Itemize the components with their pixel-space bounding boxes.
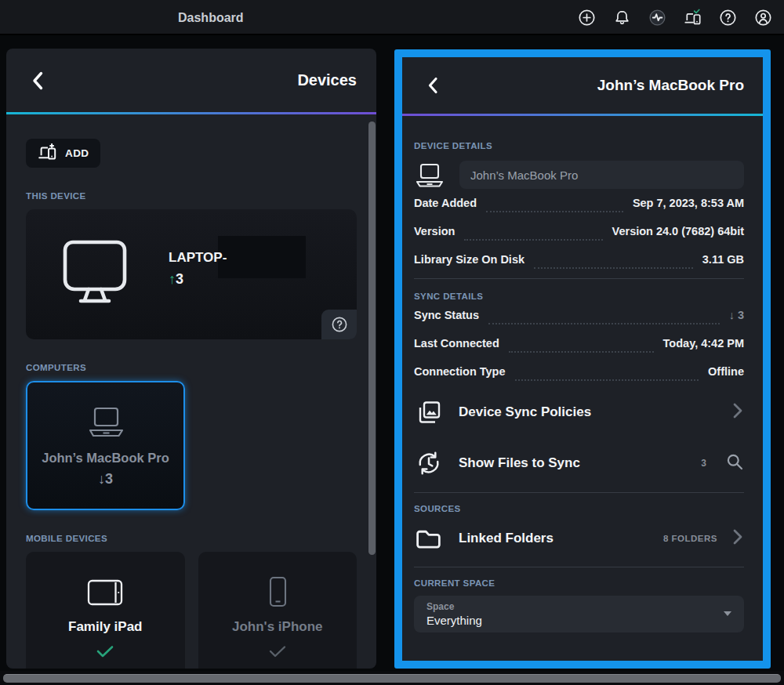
page-title: Dashboard (178, 11, 244, 25)
sync-details-section-label: SYNC DETAILS (414, 292, 744, 301)
dotted-leader (515, 362, 699, 381)
search-icon[interactable] (725, 452, 744, 474)
current-space-section-label: CURRENT SPACE (414, 578, 744, 588)
macbook-card-selected[interactable]: John’s MacBook Pro ↓3 (26, 381, 185, 510)
device-detail-panel-highlighted: John’s MacBook Pro DEVICE DETAILS Date A… (394, 49, 771, 669)
app-window: Dashboard (0, 0, 784, 685)
activity-icon[interactable] (648, 9, 666, 27)
devices-status-icon[interactable] (684, 9, 702, 27)
up-arrow-icon: ↑ (169, 271, 176, 287)
dotted-leader (534, 250, 693, 269)
detail-row-connection-type: Connection Type Offline (414, 357, 744, 386)
dotted-leader (509, 334, 654, 353)
space-dropdown[interactable]: Space Everything (414, 596, 744, 632)
check-icon (268, 645, 287, 661)
device-sync-policies-row[interactable]: Device Sync Policies (414, 387, 744, 437)
chevron-right-icon (731, 401, 744, 423)
device-detail-header: John’s MacBook Pro (402, 57, 763, 114)
mobile-card-name: John's iPhone (232, 619, 323, 635)
add-device-icon (38, 143, 58, 163)
folders-count-badge: 8 FOLDERS (663, 534, 717, 543)
sources-section-label: SOURCES (414, 504, 744, 513)
sync-up-badge: ↑3 (169, 271, 183, 288)
section-divider (414, 567, 744, 567)
this-device-section-label: THIS DEVICE (26, 191, 357, 201)
devices-panel: Devices ADD THIS DEVICE (6, 49, 376, 669)
show-files-to-sync-row[interactable]: Show Files to Sync 3 (414, 438, 744, 487)
devices-panel-title: Devices (6, 71, 376, 89)
notifications-bell-icon[interactable] (613, 9, 631, 27)
detail-row-last-connected: Last Connected Today, 4:42 PM (414, 329, 744, 357)
chevron-right-icon (731, 527, 744, 549)
devices-panel-scrollbar[interactable] (368, 121, 376, 555)
device-details-section-label: DEVICE DETAILS (414, 141, 744, 150)
laptop-small-icon (414, 162, 445, 188)
topbar-icon-group (578, 9, 772, 27)
back-chevron-icon[interactable] (426, 75, 441, 97)
space-dropdown-label: Space (426, 601, 733, 612)
space-dropdown-value: Everything (426, 614, 733, 627)
device-name-input[interactable] (459, 161, 744, 189)
horizontal-scrollbar-track (0, 671, 784, 685)
section-divider (414, 492, 744, 493)
check-icon (96, 645, 114, 661)
tablet-icon (84, 575, 126, 610)
sync-history-icon (414, 449, 443, 477)
detail-row-sync-status: Sync Status ↓ 3 (414, 301, 744, 329)
down-arrow-icon: ↓ (98, 471, 105, 487)
ipad-card[interactable]: Family iPad (26, 552, 185, 669)
help-icon[interactable] (719, 9, 737, 27)
back-chevron-icon[interactable] (30, 70, 45, 92)
add-device-label: ADD (65, 147, 89, 159)
dotted-leader (488, 306, 720, 324)
iphone-card[interactable]: John's iPhone (198, 552, 358, 669)
linked-folders-row[interactable]: Linked Folders 8 FOLDERS (414, 515, 744, 562)
add-device-button[interactable]: ADD (26, 139, 100, 168)
devices-panel-header: Devices (6, 49, 376, 112)
this-device-card[interactable]: LAPTOP- ↑3 (26, 209, 357, 339)
mobile-devices-section-label: MOBILE DEVICES (26, 534, 357, 543)
mobile-card-name: Family iPad (68, 619, 142, 635)
horizontal-scrollbar-thumb[interactable] (3, 674, 781, 683)
laptop-icon (83, 404, 129, 442)
section-divider (414, 278, 744, 279)
device-help-button[interactable] (321, 310, 357, 339)
device-detail-title: John’s MacBook Pro (402, 77, 763, 94)
sync-policies-icon (414, 398, 443, 426)
sync-down-badge: ↓3 (98, 471, 113, 487)
files-count-badge: 3 (701, 458, 706, 469)
folder-icon (414, 526, 443, 552)
gradient-divider (402, 114, 763, 116)
monitor-icon (59, 237, 131, 311)
top-bar: Dashboard (0, 0, 784, 35)
phone-icon (260, 575, 296, 610)
detail-row-version: Version Version 24.0 (7682) 64bit (414, 217, 744, 245)
dotted-leader (464, 222, 602, 241)
add-plus-icon[interactable] (578, 9, 596, 27)
redacted-area (218, 236, 306, 278)
dotted-leader (486, 194, 623, 212)
this-device-name: LAPTOP- (169, 250, 227, 266)
account-icon[interactable] (754, 9, 772, 27)
computer-card-name: John’s MacBook Pro (42, 451, 169, 466)
detail-row-library-size: Library Size On Disk 3.11 GB (414, 245, 744, 274)
detail-row-date-added: Date Added Sep 7, 2023, 8:53 AM (414, 189, 744, 217)
help-circle-icon (331, 316, 348, 333)
computers-section-label: COMPUTERS (26, 363, 357, 372)
caret-down-icon (724, 611, 731, 616)
